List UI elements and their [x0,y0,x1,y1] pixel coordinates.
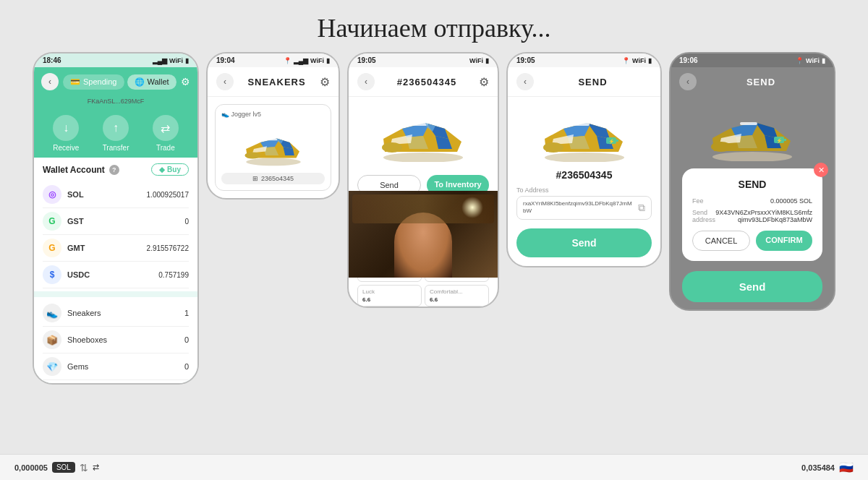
transfer-label: Transfer [103,144,129,152]
confirm-sneaker: ⚡ [671,96,834,168]
item-title: #236504345 [375,77,479,87]
back-button-5[interactable]: ‹ [679,73,697,90]
trade-label: Trade [156,144,175,152]
svg-point-18 [382,142,402,153]
confirm-button[interactable]: CONFIRM [756,231,812,251]
back-button-4[interactable]: ‹ [516,73,534,90]
status-bar-5: 19:06 📍 WiFi ▮ [671,53,834,67]
sneaker-card[interactable]: 👟 Jogger lv5 [215,104,331,191]
item-sneaker-img [357,97,489,169]
svg-point-28 [543,142,563,153]
inv-row-shoeboxes[interactable]: 📦 Shoeboxes 0 [43,327,189,353]
gmt-name: GMT [67,244,85,252]
token-row-gst[interactable]: G GST 0 [43,208,189,235]
receive-icon: ↓ [53,115,79,141]
sneaker-image-container [221,121,325,170]
dialog-close-button[interactable]: ✕ [814,163,828,177]
cancel-button[interactable]: CANCEL [692,231,750,251]
action-transfer[interactable]: ↑ Transfer [103,115,129,152]
wifi-icon: WiFi [169,57,183,64]
tab-spending[interactable]: 💳 Spending [63,74,124,90]
location-icon-5: 📍 [796,57,804,64]
exchange-icon: ⇄ [93,463,99,472]
svg-rect-30 [616,140,618,142]
phone-send: 19:05 📍 WiFi ▮ ‹ SEND [506,52,662,267]
token-row-sol[interactable]: ◎ SOL 1.000925017 [43,181,189,208]
send-content: ⚡ #236504345 To Address rxaXYriM8KI5benf… [508,97,660,266]
signal-icon: ▂▄▆ [153,57,167,64]
rub-amount-bottom: 0,035484 [801,463,835,472]
sol-icon: ◎ [43,185,61,204]
action-trade[interactable]: ⇄ Trade [153,115,179,152]
send-sneaker-art: ⚡ [537,104,631,162]
back-button-1[interactable]: ‹ [41,73,59,90]
svg-point-10 [383,153,463,162]
sneakers-title: SNEAKERS [234,77,320,87]
svg-point-32 [712,152,792,161]
status-bar-4: 19:05 📍 WiFi ▮ [508,53,660,67]
shoeboxes-name: Shoeboxes [67,335,107,344]
fee-label: Fee [692,197,704,205]
back-button-3[interactable]: ‹ [357,73,375,90]
dialog-row-address: Send address 9X43VN6ZxPrsxxXYiM8KLS6mfzq… [692,209,812,223]
inv-row-sneakers[interactable]: 👟 Sneakers 1 [43,300,189,327]
nft-id: #236504345 [516,169,652,181]
token-list: ◎ SOL 1.000925017 G GST 0 G GMT 2.915576… [34,179,197,291]
gmt-amount: 2.915576722 [147,244,189,252]
phone-item-detail: 19:05 WiFi ▮ ‹ #236504345 ⚙ [347,52,499,308]
lamp-glow [461,197,483,218]
token-row-usdc[interactable]: $ USDC 0.757199 [43,262,189,288]
action-receive[interactable]: ↓ Receive [53,115,79,152]
confirm-dialog: ✕ SEND Fee 0.000005 SOL Send address 9X4… [682,168,822,261]
wallet-account-label: Wallet Account ? ◆ Buy [43,163,189,176]
shoeboxes-icon: 📦 [43,330,61,349]
token-row-gmt[interactable]: G GMT 2.915576722 [43,235,189,262]
arrow-updown-icon: ⇅ [80,462,88,473]
battery-icon-5: ▮ [822,57,825,64]
settings-icon[interactable]: ⚙ [181,76,190,87]
buy-button[interactable]: ◆ Buy [151,163,189,176]
sol-amount-bottom: 0,000005 [14,463,48,472]
dialog-actions: CANCEL CONFIRM [692,231,812,251]
svg-rect-7 [265,139,277,141]
send-large-button[interactable]: Send [682,271,822,302]
receive-label: Receive [53,144,79,152]
back-button-2[interactable]: ‹ [216,73,234,90]
status-time-5: 19:06 [679,56,698,64]
svg-point-40 [711,142,731,152]
svg-point-20 [545,153,624,162]
send-button-4[interactable]: Send [516,228,652,257]
trade-icon: ⇄ [153,115,179,141]
status-time-4: 19:05 [516,56,535,64]
bottom-bar: 0,000005 SOL ⇅ ⇄ 0,035484 🇷🇺 [0,454,868,480]
copy-icon[interactable]: ⧉ [638,202,645,214]
send-sneaker-img: ⚡ [516,97,652,169]
wallet-header: ‹ 💳 Spending 🌐 Wallet ⚙ [34,67,197,96]
prop-comfort2: Comfortabl... 6.6 [425,285,489,307]
battery-icon-4: ▮ [648,57,652,64]
wallet-icon: 🌐 [135,77,145,87]
send-address-label: Send address [692,209,715,223]
status-icons-4: 📍 WiFi ▮ [622,57,652,64]
battery-icon: ▮ [185,57,189,64]
prop-luck-value: 6.6 [362,296,417,303]
svg-text:⚡: ⚡ [608,138,615,145]
inv-row-gems[interactable]: 💎 Gems 0 [43,353,189,380]
prop-comfort2-label: Comfortabl... [430,288,484,295]
usdc-name: USDC [67,270,90,279]
confirm-sneaker-art: ⚡ [705,103,799,161]
status-time-1: 18:46 [43,56,61,64]
buy-label: Buy [167,166,181,173]
location-icon-4: 📍 [622,57,630,64]
sneakers-header: ‹ SNEAKERS ⚙ [208,67,339,97]
tab-wallet[interactable]: 🌐 Wallet [127,74,176,90]
address-input-row[interactable]: rxaXYriM8KI5benfzqimv93LDFbKq87JrnMbW ⧉ [516,196,652,220]
bottom-rub: 0,035484 🇷🇺 [801,460,854,474]
sneaker-id-tag: ⊞ 2365o4345 [221,173,325,184]
spending-icon: 💳 [70,77,80,87]
item-header: ‹ #236504345 ⚙ [349,67,498,97]
svg-rect-42 [784,139,786,141]
sneakers-settings-icon[interactable]: ⚙ [320,75,330,89]
gems-icon: 💎 [43,357,61,376]
item-settings-icon[interactable]: ⚙ [479,75,489,89]
